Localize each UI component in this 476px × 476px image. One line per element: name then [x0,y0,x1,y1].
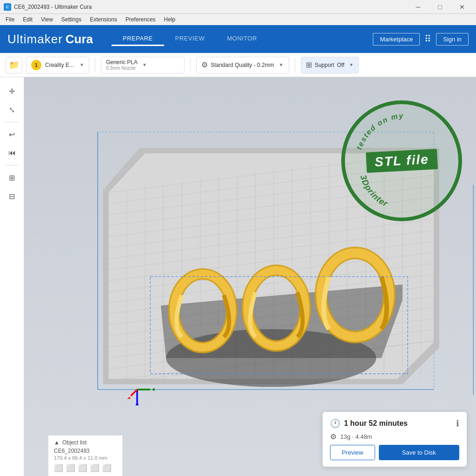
extra-tool[interactable]: ⊟ [4,188,20,205]
printer-chevron: ▼ [79,62,84,67]
signin-button[interactable]: Sign in [436,33,469,46]
minimize-button[interactable]: ─ [408,0,429,14]
preview-button[interactable]: Preview [330,445,375,460]
material-row: ⚙ 13g · 4.48m [330,432,459,441]
logo-cura: Cura [66,32,93,46]
quality-chevron: ▼ [279,62,284,67]
action-row: Preview Save to Disk [330,445,459,460]
toolbar-separator-1 [95,58,95,72]
marketplace-button[interactable]: Marketplace [373,33,420,46]
svg-text:tested on my: tested on my [355,112,404,151]
tab-prepare[interactable]: PREPARE [112,32,164,46]
app-header: Ultimaker Cura PREPARE PREVIEW MONITOR M… [0,25,476,53]
move-tool[interactable]: ✛ [4,83,20,99]
printer-selector[interactable]: 1 Creality E... ▼ [26,57,89,73]
header-right: Marketplace ⠿ Sign in [373,33,469,46]
support-icon: ⊞ [306,60,312,69]
object-list-label: Object list [62,439,87,446]
material-info: Generic PLA 0.3mm Nozzle [106,59,138,71]
stamp-circle: tested on my 3Dprinter STL file [341,100,462,221]
obj-icon-5[interactable]: ⬜ [102,463,112,472]
quality-text: Standard Quality - 0.2mm [211,62,274,68]
stamp-overlay: tested on my 3Dprinter STL file [337,96,467,226]
menu-bar: File Edit View Settings Extensions Prefe… [0,14,476,25]
clock-icon: 🕐 [330,418,340,429]
window-controls: ─ □ ✕ [408,0,472,14]
time-info: 🕐 1 hour 52 minutes [330,418,408,429]
menu-edit[interactable]: Edit [19,15,36,24]
stamp-banner: STL file [366,149,438,173]
bottom-panel: 🕐 1 hour 52 minutes ℹ ⚙ 13g · 4.48m Prev… [323,412,467,467]
menu-help[interactable]: Help [160,15,179,24]
tool-divider-2 [5,165,19,165]
collapse-icon: ▲ [54,439,60,446]
printer-name: Creality E... [45,62,74,68]
menu-settings[interactable]: Settings [58,15,85,24]
obj-icon-2[interactable]: ⬜ [66,463,75,472]
material-usage-icon: ⚙ [330,432,337,441]
support-selector[interactable]: ⊞ Support Off ▼ [301,57,359,73]
object-list-section: ▲ Object list CE6_2002493 170.4 x 86.4 x… [48,435,123,476]
material-name: Generic PLA [106,59,138,66]
quality-selector[interactable]: ⚙ Standard Quality - 0.2mm ▼ [196,57,289,73]
title-bar: C CE6_2002493 - Ultimaker Cura ─ □ ✕ [0,0,476,14]
close-button[interactable]: ✕ [451,0,472,14]
support-chevron: ▼ [349,62,354,67]
support-value: Off [337,62,344,68]
arrange-tool[interactable]: ⊞ [4,169,20,186]
scale-tool[interactable]: ⤡ [4,101,20,118]
material-sub: 0.3mm Nozzle [106,66,138,71]
tab-monitor[interactable]: MONITOR [216,32,268,46]
obj-icon-1[interactable]: ⬜ [54,463,63,472]
print-time: 1 hour 52 minutes [344,419,408,428]
open-file-button[interactable]: 📁 [6,57,22,73]
info-icon[interactable]: ℹ [456,418,459,429]
menu-extensions[interactable]: Extensions [86,15,121,24]
obj-icon-3[interactable]: ⬜ [78,463,87,472]
obj-icon-4[interactable]: ⬜ [90,463,99,472]
stamp-content: STL file [366,149,437,173]
maximize-button[interactable]: □ [430,0,450,14]
printer-number: 1 [31,60,41,70]
object-dimensions: 170.4 x 86.4 x 11.0 mm [54,455,117,461]
material-chevron: ▼ [142,62,147,67]
logo: Ultimaker Cura [7,32,93,46]
toolbar: 📁 1 Creality E... ▼ Generic PLA 0.3mm No… [0,53,476,77]
quality-icon: ⚙ [201,60,208,69]
nav-tabs: PREPARE PREVIEW MONITOR [112,32,373,46]
menu-preferences[interactable]: Preferences [122,15,159,24]
toolbar-separator-3 [295,58,295,72]
left-toolbar: ✛ ⤡ ↩ ⏮ ⊞ ⊟ [0,77,24,476]
viewport: tested on my 3Dprinter STL file ▲ Object… [24,77,476,476]
main-content: ✛ ⤡ ↩ ⏮ ⊞ ⊟ [0,77,476,476]
undo-tool[interactable]: ↩ [4,126,20,143]
menu-file[interactable]: File [2,15,18,24]
object-name: CE6_2002493 [54,448,117,454]
material-usage: 13g · 4.48m [340,433,372,440]
object-list-header[interactable]: ▲ Object list [54,439,117,446]
menu-view[interactable]: View [37,15,57,24]
tool-divider-1 [5,122,19,122]
support-label: Support [315,62,334,68]
time-row: 🕐 1 hour 52 minutes ℹ [330,418,459,429]
3d-scene: tested on my 3Dprinter STL file ▲ Object… [24,77,476,476]
save-to-disk-button[interactable]: Save to Disk [379,445,459,460]
toolbar-separator-2 [190,58,191,72]
svg-text:3Dprinter: 3Dprinter [358,174,390,209]
app-icon: C [4,3,11,11]
material-selector[interactable]: Generic PLA 0.3mm Nozzle ▼ [101,57,185,73]
window-title: CE6_2002493 - Ultimaker Cura [14,4,92,10]
logo-ultimaker: Ultimaker [7,32,63,46]
tab-preview[interactable]: PREVIEW [164,32,216,46]
skip-tool[interactable]: ⏮ [4,145,20,161]
object-action-icons: ⬜ ⬜ ⬜ ⬜ ⬜ [54,463,117,472]
grid-icon[interactable]: ⠿ [424,33,431,45]
